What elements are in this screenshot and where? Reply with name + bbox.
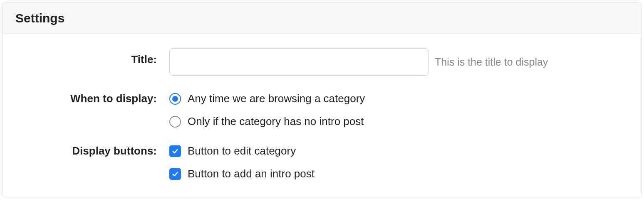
when-to-display-row: When to display: Any time we are browsin… [15,92,629,128]
title-input[interactable] [169,48,429,76]
title-control-wrap: This is the title to display [169,48,629,76]
radio-label: Only if the category has no intro post [188,115,364,128]
checkbox-label: Button to edit category [188,145,296,157]
radio-label: Any time we are browsing a category [188,92,365,105]
panel-body: Title: This is the title to display When… [3,34,641,197]
checkbox-icon [169,145,181,157]
check-icon [171,170,179,178]
check-icon [171,147,179,155]
panel-header: Settings [3,3,641,34]
when-to-display-label: When to display: [15,92,169,105]
display-buttons-row: Display buttons: Button to edit category… [15,145,629,180]
panel-title: Settings [15,11,629,25]
title-label: Title: [15,48,169,66]
display-buttons-label: Display buttons: [15,145,169,157]
radio-option-no-intro[interactable]: Only if the category has no intro post [169,115,365,128]
title-row: Title: This is the title to display [15,48,629,76]
checkbox-label: Button to add an intro post [188,167,315,180]
when-to-display-options: Any time we are browsing a category Only… [169,92,365,128]
checkbox-option-edit-category[interactable]: Button to edit category [169,145,315,157]
checkbox-option-add-intro[interactable]: Button to add an intro post [169,167,315,180]
radio-option-any-time[interactable]: Any time we are browsing a category [169,92,365,105]
display-buttons-options: Button to edit category Button to add an… [169,145,315,180]
radio-icon [169,93,181,105]
radio-icon [169,116,181,128]
settings-panel: Settings Title: This is the title to dis… [2,2,642,197]
checkbox-icon [169,168,181,180]
title-hint: This is the title to display [435,56,548,68]
